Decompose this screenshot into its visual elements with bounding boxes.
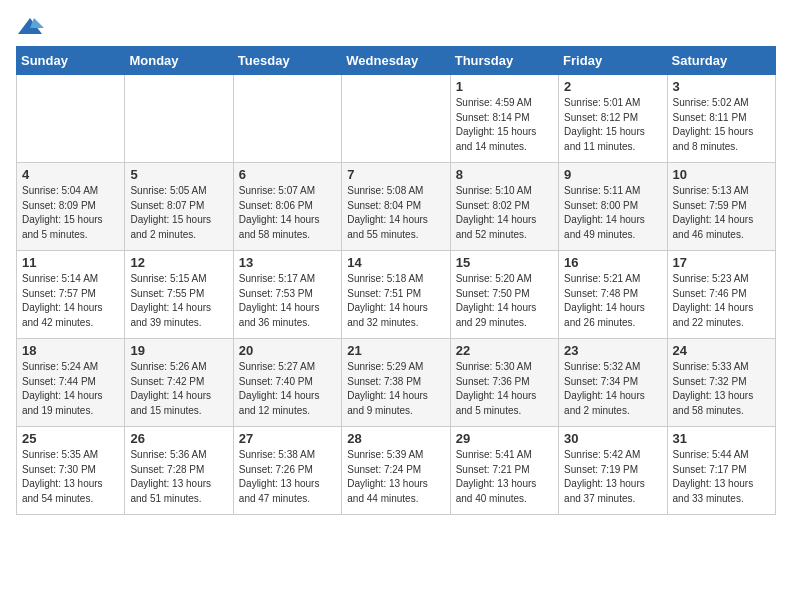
calendar-cell: 1Sunrise: 4:59 AM Sunset: 8:14 PM Daylig… xyxy=(450,75,558,163)
calendar-cell: 16Sunrise: 5:21 AM Sunset: 7:48 PM Dayli… xyxy=(559,251,667,339)
day-number: 12 xyxy=(130,255,227,270)
calendar-cell: 7Sunrise: 5:08 AM Sunset: 8:04 PM Daylig… xyxy=(342,163,450,251)
calendar-cell: 4Sunrise: 5:04 AM Sunset: 8:09 PM Daylig… xyxy=(17,163,125,251)
weekday-header-sunday: Sunday xyxy=(17,47,125,75)
calendar-cell: 30Sunrise: 5:42 AM Sunset: 7:19 PM Dayli… xyxy=(559,427,667,515)
day-info: Sunrise: 5:21 AM Sunset: 7:48 PM Dayligh… xyxy=(564,272,661,330)
day-info: Sunrise: 5:41 AM Sunset: 7:21 PM Dayligh… xyxy=(456,448,553,506)
weekday-header-friday: Friday xyxy=(559,47,667,75)
weekday-header-wednesday: Wednesday xyxy=(342,47,450,75)
calendar-cell: 31Sunrise: 5:44 AM Sunset: 7:17 PM Dayli… xyxy=(667,427,775,515)
day-info: Sunrise: 5:33 AM Sunset: 7:32 PM Dayligh… xyxy=(673,360,770,418)
calendar-cell: 10Sunrise: 5:13 AM Sunset: 7:59 PM Dayli… xyxy=(667,163,775,251)
calendar-header: SundayMondayTuesdayWednesdayThursdayFrid… xyxy=(17,47,776,75)
day-number: 20 xyxy=(239,343,336,358)
day-number: 5 xyxy=(130,167,227,182)
calendar-cell: 19Sunrise: 5:26 AM Sunset: 7:42 PM Dayli… xyxy=(125,339,233,427)
calendar-week-2: 4Sunrise: 5:04 AM Sunset: 8:09 PM Daylig… xyxy=(17,163,776,251)
day-number: 17 xyxy=(673,255,770,270)
day-number: 3 xyxy=(673,79,770,94)
day-info: Sunrise: 5:36 AM Sunset: 7:28 PM Dayligh… xyxy=(130,448,227,506)
calendar-cell: 20Sunrise: 5:27 AM Sunset: 7:40 PM Dayli… xyxy=(233,339,341,427)
calendar-cell: 15Sunrise: 5:20 AM Sunset: 7:50 PM Dayli… xyxy=(450,251,558,339)
calendar-week-1: 1Sunrise: 4:59 AM Sunset: 8:14 PM Daylig… xyxy=(17,75,776,163)
weekday-header-tuesday: Tuesday xyxy=(233,47,341,75)
day-info: Sunrise: 5:20 AM Sunset: 7:50 PM Dayligh… xyxy=(456,272,553,330)
day-number: 2 xyxy=(564,79,661,94)
day-number: 30 xyxy=(564,431,661,446)
calendar-cell: 28Sunrise: 5:39 AM Sunset: 7:24 PM Dayli… xyxy=(342,427,450,515)
day-info: Sunrise: 5:32 AM Sunset: 7:34 PM Dayligh… xyxy=(564,360,661,418)
day-number: 18 xyxy=(22,343,119,358)
calendar-cell xyxy=(233,75,341,163)
logo xyxy=(16,16,48,38)
day-info: Sunrise: 5:02 AM Sunset: 8:11 PM Dayligh… xyxy=(673,96,770,154)
calendar-body: 1Sunrise: 4:59 AM Sunset: 8:14 PM Daylig… xyxy=(17,75,776,515)
day-number: 16 xyxy=(564,255,661,270)
calendar-cell: 2Sunrise: 5:01 AM Sunset: 8:12 PM Daylig… xyxy=(559,75,667,163)
day-info: Sunrise: 5:04 AM Sunset: 8:09 PM Dayligh… xyxy=(22,184,119,242)
day-info: Sunrise: 5:29 AM Sunset: 7:38 PM Dayligh… xyxy=(347,360,444,418)
day-number: 6 xyxy=(239,167,336,182)
day-number: 28 xyxy=(347,431,444,446)
day-info: Sunrise: 5:30 AM Sunset: 7:36 PM Dayligh… xyxy=(456,360,553,418)
day-info: Sunrise: 5:24 AM Sunset: 7:44 PM Dayligh… xyxy=(22,360,119,418)
weekday-header-thursday: Thursday xyxy=(450,47,558,75)
day-info: Sunrise: 5:01 AM Sunset: 8:12 PM Dayligh… xyxy=(564,96,661,154)
calendar-cell: 18Sunrise: 5:24 AM Sunset: 7:44 PM Dayli… xyxy=(17,339,125,427)
day-number: 8 xyxy=(456,167,553,182)
calendar-cell: 24Sunrise: 5:33 AM Sunset: 7:32 PM Dayli… xyxy=(667,339,775,427)
svg-marker-1 xyxy=(30,18,44,28)
calendar-cell: 9Sunrise: 5:11 AM Sunset: 8:00 PM Daylig… xyxy=(559,163,667,251)
day-info: Sunrise: 5:38 AM Sunset: 7:26 PM Dayligh… xyxy=(239,448,336,506)
day-number: 31 xyxy=(673,431,770,446)
calendar-week-4: 18Sunrise: 5:24 AM Sunset: 7:44 PM Dayli… xyxy=(17,339,776,427)
day-info: Sunrise: 5:39 AM Sunset: 7:24 PM Dayligh… xyxy=(347,448,444,506)
day-number: 4 xyxy=(22,167,119,182)
calendar-cell: 23Sunrise: 5:32 AM Sunset: 7:34 PM Dayli… xyxy=(559,339,667,427)
day-number: 10 xyxy=(673,167,770,182)
page-header xyxy=(16,16,776,38)
day-number: 19 xyxy=(130,343,227,358)
weekday-row: SundayMondayTuesdayWednesdayThursdayFrid… xyxy=(17,47,776,75)
day-number: 9 xyxy=(564,167,661,182)
calendar-cell: 29Sunrise: 5:41 AM Sunset: 7:21 PM Dayli… xyxy=(450,427,558,515)
day-number: 14 xyxy=(347,255,444,270)
day-number: 15 xyxy=(456,255,553,270)
day-number: 7 xyxy=(347,167,444,182)
day-info: Sunrise: 5:08 AM Sunset: 8:04 PM Dayligh… xyxy=(347,184,444,242)
calendar-cell: 5Sunrise: 5:05 AM Sunset: 8:07 PM Daylig… xyxy=(125,163,233,251)
day-info: Sunrise: 5:42 AM Sunset: 7:19 PM Dayligh… xyxy=(564,448,661,506)
day-info: Sunrise: 5:13 AM Sunset: 7:59 PM Dayligh… xyxy=(673,184,770,242)
day-info: Sunrise: 5:35 AM Sunset: 7:30 PM Dayligh… xyxy=(22,448,119,506)
calendar-cell xyxy=(17,75,125,163)
day-info: Sunrise: 5:23 AM Sunset: 7:46 PM Dayligh… xyxy=(673,272,770,330)
calendar-cell: 8Sunrise: 5:10 AM Sunset: 8:02 PM Daylig… xyxy=(450,163,558,251)
day-info: Sunrise: 5:07 AM Sunset: 8:06 PM Dayligh… xyxy=(239,184,336,242)
day-number: 22 xyxy=(456,343,553,358)
logo-icon xyxy=(16,16,44,38)
calendar-cell xyxy=(342,75,450,163)
day-info: Sunrise: 5:14 AM Sunset: 7:57 PM Dayligh… xyxy=(22,272,119,330)
calendar-cell xyxy=(125,75,233,163)
day-number: 27 xyxy=(239,431,336,446)
calendar-cell: 13Sunrise: 5:17 AM Sunset: 7:53 PM Dayli… xyxy=(233,251,341,339)
day-info: Sunrise: 5:11 AM Sunset: 8:00 PM Dayligh… xyxy=(564,184,661,242)
day-info: Sunrise: 5:44 AM Sunset: 7:17 PM Dayligh… xyxy=(673,448,770,506)
day-number: 25 xyxy=(22,431,119,446)
day-info: Sunrise: 5:17 AM Sunset: 7:53 PM Dayligh… xyxy=(239,272,336,330)
weekday-header-saturday: Saturday xyxy=(667,47,775,75)
calendar-cell: 6Sunrise: 5:07 AM Sunset: 8:06 PM Daylig… xyxy=(233,163,341,251)
day-number: 1 xyxy=(456,79,553,94)
day-number: 11 xyxy=(22,255,119,270)
day-number: 29 xyxy=(456,431,553,446)
calendar-cell: 26Sunrise: 5:36 AM Sunset: 7:28 PM Dayli… xyxy=(125,427,233,515)
calendar-cell: 14Sunrise: 5:18 AM Sunset: 7:51 PM Dayli… xyxy=(342,251,450,339)
day-info: Sunrise: 5:15 AM Sunset: 7:55 PM Dayligh… xyxy=(130,272,227,330)
day-info: Sunrise: 5:05 AM Sunset: 8:07 PM Dayligh… xyxy=(130,184,227,242)
day-number: 23 xyxy=(564,343,661,358)
calendar-cell: 25Sunrise: 5:35 AM Sunset: 7:30 PM Dayli… xyxy=(17,427,125,515)
calendar-cell: 27Sunrise: 5:38 AM Sunset: 7:26 PM Dayli… xyxy=(233,427,341,515)
calendar-cell: 17Sunrise: 5:23 AM Sunset: 7:46 PM Dayli… xyxy=(667,251,775,339)
day-number: 24 xyxy=(673,343,770,358)
